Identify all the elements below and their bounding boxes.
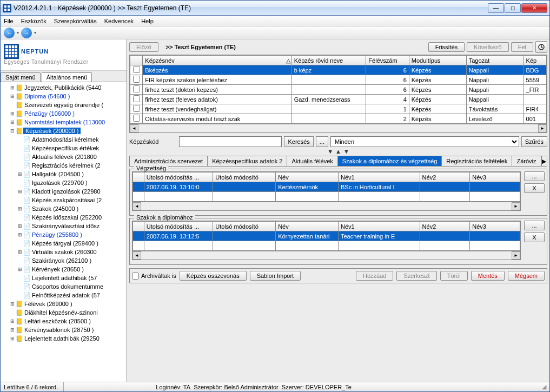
row-checkbox[interactable] [133,95,140,102]
detail-tab[interactable]: Képzésspecifikus adatok 2 [208,156,287,166]
maximize-button[interactable]: ◻ [505,3,521,13]
row-checkbox[interactable] [133,105,140,112]
next-button[interactable]: Következő [467,42,508,52]
tab-own-menu[interactable]: Saját menü [1,72,41,82]
inner-grid-header[interactable]: Név2 [420,222,470,231]
add-button[interactable]: Hozzáad [356,271,393,281]
resize-grip-icon[interactable]: ◢ [542,383,546,390]
grid-header[interactable]: Kép [524,56,546,65]
tree-node[interactable]: 📄Adatmódosítási kérelmek [1,135,127,144]
tree-node[interactable]: 📄Regisztrációs kérelmek (2 [1,161,127,170]
grid-hscroll[interactable]: ◄ ► [130,124,547,132]
pin-icon[interactable] [535,41,547,53]
menu-rolechange[interactable]: Szerepkörváltás [54,18,97,24]
row-checkbox[interactable] [133,85,140,92]
tree-node[interactable]: ⊞📄Virtuális szakok (260300 [1,248,127,256]
tree-node[interactable]: 📄Csoportos dokumentumme [1,282,127,291]
diploma-majors-grid[interactable]: Utolsó módosítás ...Utolsó módosítóNévNé… [132,221,521,260]
detail-tab[interactable]: Szakok a diplomához és végzettség [338,156,442,166]
nav-forward-dropdown[interactable]: ▾ [34,30,36,35]
tree-node[interactable]: 📄Képzés tárgyai (259400 ) [1,239,127,248]
tree-node[interactable]: ⊞📄Hallgatók (204500 ) [1,170,127,178]
tree-node[interactable]: 📄Igazolások (229700 ) [1,178,127,187]
tree-expander-icon[interactable]: ⊞ [17,249,23,255]
inner-grid-header[interactable]: Név2 [420,172,470,182]
tree-expander-icon[interactable]: ⊞ [17,189,23,194]
tree-node[interactable]: ⊞📒Diploma (54600 ) [1,92,127,101]
grid-row[interactable]: firhez teszt (vendeghallgat)1KépzésTávok… [130,104,547,114]
dm-more-button[interactable]: ... [524,221,545,230]
filter-select[interactable]: Minden [330,136,519,147]
grid-header[interactable]: Félévszám [366,56,409,65]
qual-more-button[interactable]: ... [524,171,545,181]
up-button[interactable]: Fel [511,42,533,52]
tree-expander-icon[interactable]: ⊟ [9,128,16,134]
tab-general-menu[interactable]: Általános menü [42,72,92,82]
grid-header[interactable] [130,56,143,65]
tree-expander-icon[interactable]: ⊞ [9,301,16,307]
tree-expander-icon[interactable]: ⊞ [17,232,23,237]
inner-grid-header[interactable] [133,222,144,231]
dm-delete-button[interactable]: X [524,232,545,242]
menu-favorites[interactable]: Kedvencek [104,18,134,24]
tree-expander-icon[interactable]: ⊞ [9,111,16,116]
tree-node[interactable]: 📄Képzésspecifikus értékek [1,144,127,152]
tree-node[interactable]: 📄Szakirányok (262100 ) [1,256,127,265]
nav-back-button[interactable]: ← [4,28,15,38]
tree-node[interactable]: 📄Képzés szakpárosításai (2 [1,196,127,204]
tree-node[interactable]: ⊞📒Félévek (269000 ) [1,300,127,308]
expand-strip[interactable]: ▼▲▼ [129,148,547,155]
inner-grid-row[interactable]: 2007.06.19. 13:10:0KertészmérnökBSc in H… [133,182,520,192]
search-button[interactable]: Keresés [284,136,313,147]
grid-row[interactable]: firhez teszt (feleves adatok)Gazd. mened… [130,95,547,104]
close-button[interactable]: ✕ [521,3,547,13]
inner-grid-header[interactable]: Név [276,172,339,182]
detail-tab[interactable]: Aktuális félévek [287,156,337,166]
grid-row[interactable]: firhez teszt (doktori kepzes)6KépzésNapp… [130,85,547,95]
inner-grid-header[interactable]: Utolsó módosító [213,222,276,231]
archive-checkbox-label[interactable]: Archiváltak is [132,273,176,280]
row-checkbox[interactable] [133,115,140,122]
grid-header[interactable]: Modultípus [409,56,466,65]
inner-grid-header[interactable]: Utolsó módosító [213,172,276,182]
tree-expander-icon[interactable]: ⊞ [9,336,16,341]
search-more-button[interactable]: ... [316,136,328,147]
tab-scroll-right-icon[interactable]: ▶ [541,156,547,166]
merge-button[interactable]: Képzés összevonás [180,271,247,281]
edit-button[interactable]: Szerkeszt [396,271,436,281]
tree-node[interactable]: ⊟📒Képzések (200000 ) [1,127,127,135]
nav-back-dropdown[interactable]: ▾ [17,30,19,35]
import-button[interactable]: Sablon Import [250,271,301,281]
grid-header[interactable]: Képzésnév△ [143,56,291,65]
grid-header[interactable]: Képzés rövid neve [291,56,366,65]
tree-node[interactable]: ⊞📒Leltári eszközök (28500 ) [1,317,127,325]
inner-grid-header[interactable]: Név3 [470,172,520,182]
tree-node[interactable]: 📒Szervezeti egység órarendje ( [1,101,127,109]
save-button[interactable]: Mentés [471,271,505,281]
tree-node[interactable]: 📄Lejelentett adathibák (57 [1,274,127,282]
tree-node[interactable]: ⊞📄Szakirányválasztási idősz [1,222,127,230]
filter-button[interactable]: Szűrés [521,136,547,147]
tree-node[interactable]: ⊞📄Pénzügy (255800 ) [1,230,127,239]
minimize-button[interactable]: — [488,3,504,13]
tree-node[interactable]: ⊞📒Lejelentett adathibák (29250 [1,334,127,343]
grid-header[interactable]: Tagozat [466,56,524,65]
archive-checkbox[interactable] [132,273,139,280]
tree-node[interactable]: ⊞📒Nyomtatási templatek (113000 [1,118,127,127]
main-grid[interactable]: Képzésnév△Képzés rövid neveFélévszámModu… [129,55,547,133]
tree-expander-icon[interactable]: ⊞ [9,318,16,324]
qual-delete-button[interactable]: X [524,183,545,193]
navigation-tree[interactable]: ⊞📒Jegyzetek, Publikációk (5440⊞📒Diploma … [1,82,127,382]
row-checkbox[interactable] [133,66,140,73]
tree-expander-icon[interactable]: ⊞ [9,119,16,125]
tree-expander-icon[interactable]: ⊞ [9,85,16,90]
tree-node[interactable]: ⊞📄Kérvények (28650 ) [1,265,127,274]
inner-grid-header[interactable]: Név3 [470,222,520,231]
scroll-left-icon[interactable]: ◄ [130,124,138,132]
inner-grid-header[interactable]: Név1 [338,222,420,231]
tree-node[interactable]: 📄Aktuális félévek (201800 [1,152,127,161]
inner-grid-row[interactable]: 2007.06.19. 13:12:5Környezettan tanáriTe… [133,231,520,241]
inner-grid-header[interactable]: Utolsó módosítás ... [144,222,213,231]
refresh-button[interactable]: Frissítés [428,42,465,52]
cancel-button[interactable]: Mégsem [508,271,545,281]
